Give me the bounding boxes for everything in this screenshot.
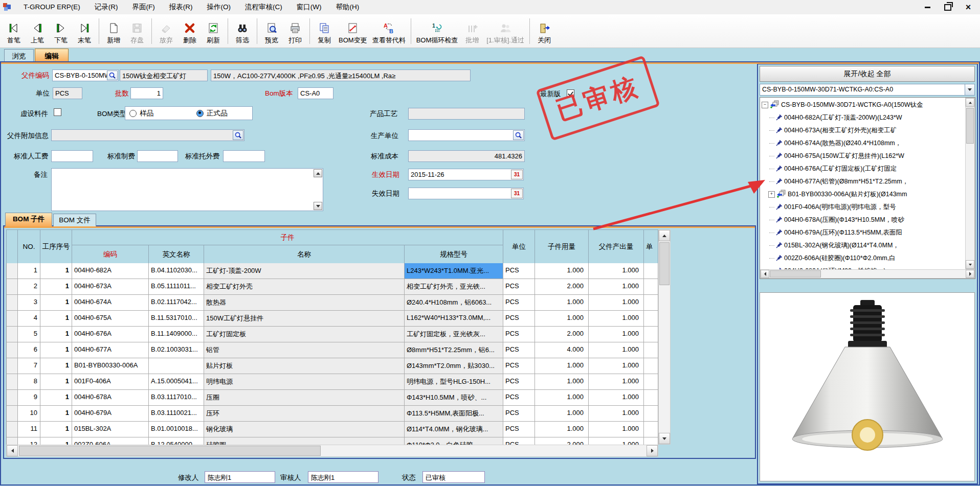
menu-item-3[interactable]: 报表(R) [162,0,200,14]
collapse-icon[interactable]: − [762,102,768,108]
tree-item[interactable]: 004H0-677A(铝管)(Ø8mm*H51*T2.25mm， [760,175,965,188]
tree-item[interactable]: 002Z0-606A(硅胶圈)(Φ110*Φ2.0mm,白 [760,252,965,265]
cell-unit[interactable]: PCS [503,295,535,311]
hscroll-thumb[interactable] [19,446,321,456]
cell-seq[interactable]: 1 [40,263,72,279]
toolbar-preview[interactable]: 预览 [260,16,283,46]
table-row[interactable]: 121002Z0-606AB.12.0540000...硅胶圈Φ110*Φ2.0… [7,437,659,445]
cell-code[interactable]: 004H0-678A [72,390,149,406]
chevron-down-icon[interactable] [965,84,974,95]
expand-collapse-button[interactable]: 展开/收起 全部 [760,66,975,82]
cell-qty[interactable]: 1.000 [535,406,589,422]
status-field[interactable]: 已审核 [422,471,485,483]
bom-tab-files[interactable]: BOM 文件 [53,214,96,226]
lookup-icon[interactable] [107,71,118,80]
cell-code[interactable]: 004H0-674A [72,295,149,311]
cell-name[interactable]: 明纬电源 [204,374,405,390]
cell-name[interactable]: 钢化玻璃 [204,422,405,437]
cell-qty[interactable]: 1.000 [535,311,589,327]
cell-en-name[interactable]: A.15.0005041... [149,374,204,390]
toolbar-nav-last[interactable]: 末笔 [73,16,96,46]
scroll-up-icon[interactable] [314,169,322,177]
cell-seq[interactable]: 1 [40,358,72,374]
cell-no[interactable]: 3 [18,295,40,311]
cell-code[interactable]: 004H0-675A [72,311,149,327]
bom-version-dropdown[interactable]: CS-BYB-0-150MW-30D71-WCTKG-A0:CS-A0 [760,84,975,96]
tree-root-node[interactable]: −CS-BYB-0-150MW-30D71-WCTKG-A0(150W钛金 [760,99,965,111]
cell-qty[interactable]: 2.000 [535,279,589,295]
cell-code[interactable]: 001F0-406A [72,374,149,390]
toolbar-delete[interactable]: 删除 [178,16,202,46]
cell-name[interactable]: 相变工矿灯外壳 [204,279,405,295]
cell-no[interactable]: 7 [18,358,40,374]
cell-en-name[interactable]: B.05.1111011... [149,279,204,295]
expiry-date-field[interactable]: 31 [408,188,524,199]
cell-en-name[interactable]: B.12.0540000... [149,437,204,445]
cell-unit[interactable]: PCS [503,311,535,327]
table-row[interactable]: 21004H0-673AB.05.1111011...相变工矿灯外壳相变工矿灯外… [7,279,659,295]
toolbar-new-record[interactable]: 新增 [102,16,125,46]
cell-unit[interactable]: PCS [503,358,535,374]
scroll-up-icon[interactable] [966,98,974,107]
menu-item-1[interactable]: 记录(R) [87,0,125,14]
cell-unit[interactable]: PCS [503,374,535,390]
cell-unit[interactable]: PCS [503,437,535,445]
cell-name[interactable]: 硅胶圈 [204,437,405,445]
lookup-icon[interactable] [233,130,243,140]
menu-item-7[interactable]: 帮助(H) [329,0,367,14]
tab-browse[interactable]: 浏览 [4,49,34,62]
cell-code[interactable]: 004H0-682A [72,263,149,279]
tree-item[interactable]: 004H0-682A(工矿灯-顶盖-200W)(L243*W [760,111,965,124]
cell-spec[interactable]: Ø8mm*H51*T2.25mm，铝6... [405,342,503,358]
table-row[interactable]: 71B01-BYB00330-006A贴片灯板Ø143mm*T2.0mm，贴30… [7,358,659,374]
tree-item[interactable]: +B01-BYB00330-006A(贴片灯板)(Ø143mm [760,188,965,201]
menu-item-0[interactable]: T-GROUP ERP(E) [16,0,87,14]
cell-no[interactable]: 5 [18,327,40,342]
tree-item[interactable]: 004H0-673A(相变工矿灯外壳)(相变工矿 [760,124,965,137]
tree-item[interactable]: 004H0-676A(工矿灯固定板)(工矿灯固定 [760,163,965,175]
minimize-button[interactable] [921,2,934,12]
cell-no[interactable]: 2 [18,279,40,295]
cell-no[interactable]: 4 [18,311,40,327]
tab-edit[interactable]: 编辑 [35,49,69,62]
tree-hscrollbar[interactable] [760,269,975,279]
outsource-cost-field[interactable] [223,150,265,162]
toolbar-copy[interactable]: 复制 [313,16,336,46]
cell-name[interactable]: 150W工矿灯悬挂件 [204,311,405,327]
cell-name[interactable]: 贴片灯板 [204,358,405,374]
labor-cost-field[interactable] [51,150,93,162]
cell-parent-qty[interactable]: 1.000 [589,342,644,358]
table-hscrollbar[interactable] [6,445,658,457]
cell-qty[interactable]: 1.000 [535,295,589,311]
prod-unit-field[interactable] [408,129,525,141]
table-row[interactable]: 91004H0-678AB.03.1117010...压圈Φ143*H10.5M… [7,390,659,406]
cell-en-name[interactable]: B.04.1102030... [149,263,204,279]
cell-seq[interactable]: 1 [40,406,72,422]
cell-qty[interactable]: 2.000 [535,437,589,445]
cell-seq[interactable]: 1 [40,390,72,406]
cell-parent-qty[interactable]: 1.000 [589,422,644,437]
cell-en-name[interactable] [149,358,204,374]
scroll-left-icon[interactable] [7,445,18,456]
scroll-down-icon[interactable] [966,260,974,269]
cell-unit[interactable]: PCS [503,390,535,406]
cell-qty[interactable]: 4.000 [535,342,589,358]
scroll-right-icon[interactable] [647,445,658,456]
menu-item-6[interactable]: 窗口(W) [289,0,329,14]
toolbar-close-app[interactable]: 关闭 [532,16,556,46]
cell-name[interactable]: 铝管 [204,342,405,358]
cell-parent-qty[interactable]: 1.000 [589,327,644,342]
table-row[interactable]: 41004H0-675AB.11.5317010...150W工矿灯悬挂件L16… [7,311,659,327]
menu-item-2[interactable]: 界面(F) [125,0,162,14]
bom-tab-children[interactable]: BOM 子件 [5,213,52,226]
tree-item[interactable]: 015BL-302A(钢化玻璃)(Ø114*T4.0MM， [760,239,965,252]
cell-name[interactable]: 散热器 [204,295,405,311]
restore-button[interactable] [941,2,954,12]
cell-unit[interactable]: PCS [503,406,535,422]
scroll-left-icon[interactable] [761,270,769,278]
reviewer-field[interactable]: 陈志刚1 [308,471,378,483]
cell-code[interactable]: 004H0-679A [72,406,149,422]
toolbar-substitute[interactable]: AB查看替代料 [370,16,408,46]
cell-parent-qty[interactable]: 1.000 [589,279,644,295]
toolbar-filter[interactable]: 筛选 [231,16,254,46]
